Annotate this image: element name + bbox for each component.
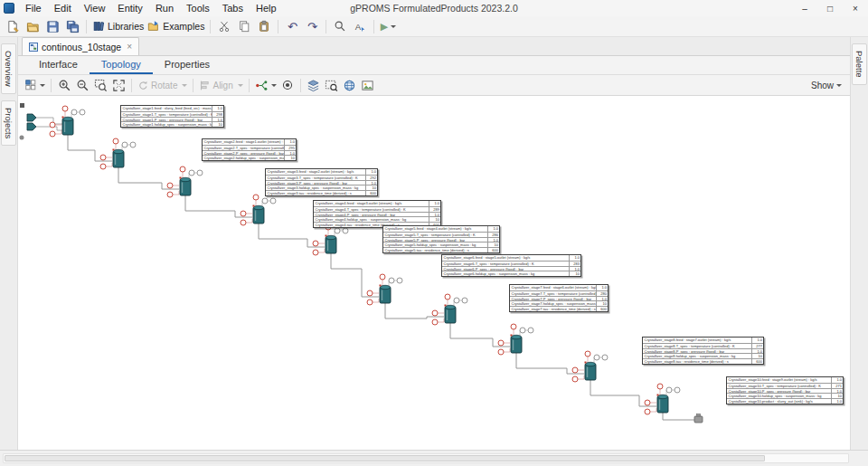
- document-tab[interactable]: continous_10stage ×: [22, 37, 139, 55]
- port[interactable]: [367, 300, 373, 305]
- port[interactable]: [462, 298, 467, 303]
- run-simulation-button[interactable]: ▶: [378, 17, 398, 35]
- stage-unit[interactable]: [100, 138, 136, 169]
- find-entity-button[interactable]: A: [350, 17, 370, 35]
- port[interactable]: [594, 355, 599, 360]
- sidebar-tab-overview[interactable]: Overview: [1, 43, 16, 94]
- undo-button[interactable]: ↶: [282, 17, 302, 35]
- menu-file[interactable]: File: [19, 1, 48, 15]
- port[interactable]: [498, 340, 504, 346]
- feed-connector[interactable]: [36, 118, 62, 124]
- fit-to-screen-button[interactable]: [109, 76, 127, 94]
- port[interactable]: [666, 387, 672, 393]
- cut-button[interactable]: [214, 17, 234, 35]
- spec-table[interactable]: Crystallizer_stage10.feed : stage9.outle…: [726, 376, 844, 404]
- stage-unit[interactable]: [367, 274, 402, 305]
- port[interactable]: [602, 355, 608, 360]
- port[interactable]: [100, 164, 106, 169]
- spec-table[interactable]: Crystallizer_stage2.feed : stage1.outlet…: [202, 138, 297, 161]
- port[interactable]: [62, 106, 68, 111]
- select-mode-button[interactable]: [23, 76, 47, 94]
- tab-close-icon[interactable]: ×: [127, 42, 132, 52]
- port[interactable]: [270, 198, 276, 204]
- save-button[interactable]: [42, 17, 62, 35]
- port[interactable]: [241, 220, 246, 225]
- port[interactable]: [167, 183, 173, 188]
- open-button[interactable]: [23, 17, 42, 35]
- sidebar-tab-palette[interactable]: Palette: [852, 43, 867, 85]
- tab-properties[interactable]: Properties: [153, 56, 222, 74]
- layers-button[interactable]: [305, 76, 323, 94]
- stage-unit[interactable]: [241, 195, 276, 225]
- close-button[interactable]: ×: [843, 0, 868, 16]
- canvas-node-dot[interactable]: [20, 136, 24, 140]
- zoom-out-button[interactable]: [73, 76, 91, 94]
- port[interactable]: [241, 211, 246, 216]
- port[interactable]: [432, 310, 438, 316]
- libraries-button[interactable]: Libraries: [90, 17, 146, 35]
- tab-topology[interactable]: Topology: [90, 56, 153, 74]
- port[interactable]: [511, 324, 516, 329]
- port[interactable]: [645, 409, 650, 414]
- port[interactable]: [71, 109, 77, 115]
- spec-table[interactable]: Crystallizer_stage1.feed : slurry_feed (…: [120, 105, 224, 128]
- stage-unit[interactable]: [645, 384, 680, 414]
- port[interactable]: [122, 142, 127, 147]
- port[interactable]: [180, 166, 185, 172]
- port[interactable]: [50, 131, 55, 137]
- scrollbar-thumb[interactable]: [5, 455, 765, 461]
- port[interactable]: [520, 328, 525, 333]
- port[interactable]: [528, 328, 533, 333]
- port[interactable]: [189, 170, 194, 176]
- tab-interface[interactable]: Interface: [27, 56, 90, 74]
- product-connector[interactable]: [663, 413, 694, 420]
- feed-source-icon[interactable]: [27, 123, 36, 130]
- stream-connector[interactable]: [331, 253, 379, 297]
- toggle-ports-button[interactable]: [278, 76, 297, 94]
- port[interactable]: [313, 250, 318, 255]
- port[interactable]: [50, 122, 55, 128]
- stage-unit[interactable]: [313, 224, 348, 255]
- port[interactable]: [380, 274, 385, 280]
- port[interactable]: [313, 241, 318, 246]
- port[interactable]: [262, 198, 268, 204]
- stage-unit[interactable]: [498, 324, 533, 355]
- menu-edit[interactable]: Edit: [48, 1, 78, 15]
- feed-connector[interactable]: [36, 127, 62, 130]
- port[interactable]: [100, 155, 106, 160]
- port[interactable]: [197, 170, 203, 176]
- port[interactable]: [167, 192, 173, 197]
- port[interactable]: [130, 142, 136, 147]
- menu-help[interactable]: Help: [250, 1, 283, 15]
- product-sink-icon[interactable]: [694, 416, 703, 423]
- port[interactable]: [498, 349, 504, 355]
- port[interactable]: [367, 290, 373, 296]
- new-entity-button[interactable]: [3, 17, 23, 35]
- zoom-in-button[interactable]: [55, 76, 73, 94]
- port[interactable]: [389, 278, 394, 283]
- feed-source-icon[interactable]: [27, 114, 36, 121]
- stage-unit[interactable]: [432, 294, 467, 325]
- stage-unit[interactable]: [50, 106, 85, 137]
- menu-view[interactable]: View: [78, 1, 112, 15]
- stage-unit[interactable]: [167, 166, 203, 197]
- port[interactable]: [113, 138, 118, 144]
- connection-tool-button[interactable]: [253, 76, 278, 94]
- menu-entity[interactable]: Entity: [111, 1, 149, 15]
- spec-table[interactable]: Crystallizer_stage3.feed : stage2.outlet…: [265, 168, 378, 196]
- port[interactable]: [335, 228, 340, 233]
- redo-button[interactable]: ↷: [302, 17, 322, 35]
- menu-tabs[interactable]: Tabs: [216, 1, 250, 15]
- spec-table[interactable]: Crystallizer_stage5.feed : stage4.outlet…: [382, 225, 500, 253]
- minimize-button[interactable]: –: [792, 0, 817, 16]
- port[interactable]: [253, 195, 259, 200]
- menu-tools[interactable]: Tools: [180, 1, 216, 15]
- zoom-fit-button[interactable]: [91, 76, 109, 94]
- examples-button[interactable]: Examples: [146, 17, 206, 35]
- port[interactable]: [454, 298, 459, 303]
- port[interactable]: [343, 228, 348, 233]
- spec-table[interactable]: Crystallizer_stage6.feed : stage5.outlet…: [441, 254, 581, 277]
- port[interactable]: [445, 294, 450, 300]
- port[interactable]: [80, 109, 85, 115]
- globe-button[interactable]: [341, 76, 359, 94]
